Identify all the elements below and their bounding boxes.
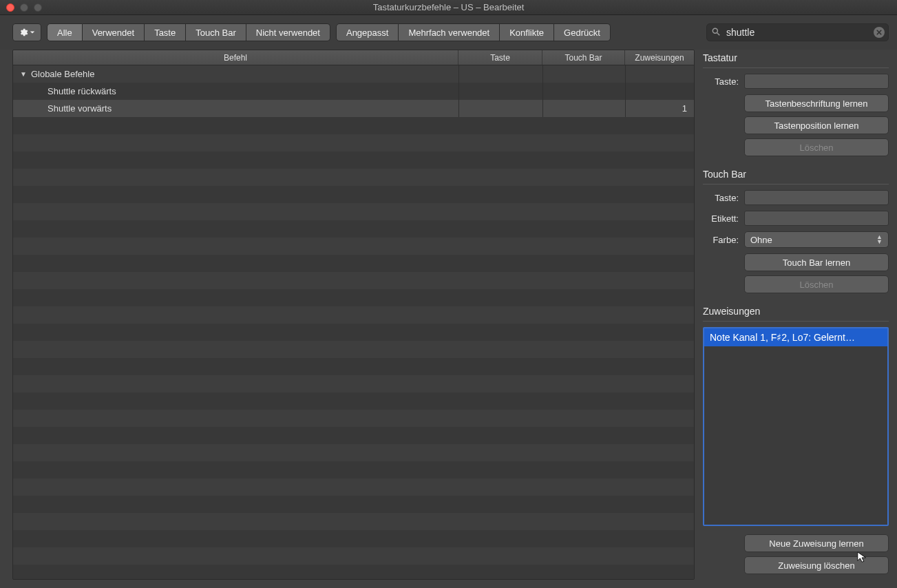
- touchbar-color-select[interactable]: Ohne ▲▼: [744, 231, 889, 248]
- touchbar-section-title: Touch Bar: [703, 166, 889, 185]
- learn-touchbar-button[interactable]: Touch Bar lernen: [744, 253, 889, 271]
- search-icon: [711, 27, 721, 36]
- table-body[interactable]: ▼ Globale Befehle Shuttle rückwärts Shut…: [13, 65, 694, 579]
- cmd-label: Shuttle vorwärts: [48, 103, 112, 114]
- assignment-count: 1: [625, 100, 694, 117]
- filter-angepasst[interactable]: Angepasst: [336, 23, 399, 41]
- learn-key-label-button[interactable]: Tastenbeschriftung lernen: [744, 94, 889, 112]
- assignment-item[interactable]: Note Kanal 1, F♯2, Lo7: Gelernt…: [704, 328, 887, 346]
- titlebar: Tastaturkurzbefehle – US – Bearbeitet: [0, 0, 897, 15]
- close-window-button[interactable]: [6, 3, 14, 12]
- stepper-icon: ▲▼: [876, 235, 883, 244]
- filter-taste[interactable]: Taste: [145, 23, 186, 41]
- keyboard-section: Tastatur Taste: Tastenbeschriftung lerne…: [703, 50, 889, 156]
- minimize-window-button[interactable]: [20, 3, 28, 12]
- table-row[interactable]: Shuttle rückwärts: [13, 83, 694, 100]
- touchbar-key-input[interactable]: [744, 190, 889, 205]
- assignments-list[interactable]: Note Kanal 1, F♯2, Lo7: Gelernt…: [703, 327, 889, 526]
- filter-verwendet[interactable]: Verwendet: [83, 23, 145, 41]
- actions-menu-button[interactable]: [12, 23, 41, 41]
- touchbar-section: Touch Bar Taste: Etikett: Farbe: Ohne ▲▼…: [703, 166, 889, 293]
- gear-icon: [19, 28, 28, 37]
- keyboard-section-title: Tastatur: [703, 50, 889, 68]
- filter-alle[interactable]: Alle: [47, 23, 83, 41]
- col-header-befehl[interactable]: Befehl: [13, 50, 458, 65]
- tb-farbe-field-label: Farbe:: [703, 235, 739, 245]
- touchbar-etikett-input[interactable]: [744, 211, 889, 226]
- filter-touch-bar[interactable]: Touch Bar: [186, 23, 246, 41]
- tb-etikett-field-label: Etikett:: [703, 213, 739, 224]
- color-select-value: Ohne: [750, 235, 772, 245]
- keyboard-key-input[interactable]: [744, 74, 889, 89]
- svg-point-0: [713, 28, 717, 33]
- col-header-touch-bar[interactable]: Touch Bar: [542, 50, 625, 65]
- filter-mehrfach-verwendet[interactable]: Mehrfach verwendet: [399, 23, 500, 41]
- x-icon: [876, 30, 882, 35]
- learn-new-assignment-button[interactable]: Neue Zuweisung lernen: [744, 534, 889, 552]
- table-header: Befehl Taste Touch Bar Zuweisungen: [13, 50, 694, 65]
- search-field-wrap: [706, 23, 889, 41]
- clear-search-button[interactable]: [874, 27, 885, 38]
- delete-touchbar-button[interactable]: Löschen: [744, 275, 889, 293]
- col-header-zuweisungen[interactable]: Zuweisungen: [625, 50, 694, 65]
- assignments-section-title: Zuweisungen: [703, 303, 889, 322]
- commands-table: Befehl Taste Touch Bar Zuweisungen ▼ Glo…: [12, 50, 695, 580]
- window-title: Tastaturkurzbefehle – US – Bearbeitet: [0, 2, 897, 12]
- svg-line-1: [717, 33, 720, 36]
- filter-nicht-verwendet[interactable]: Nicht verwendet: [246, 23, 330, 41]
- table-group-row[interactable]: ▼ Globale Befehle: [13, 65, 694, 83]
- tb-key-field-label: Taste:: [703, 193, 739, 203]
- zoom-window-button[interactable]: [34, 3, 42, 12]
- window-controls: [0, 3, 42, 12]
- cmd-label: Shuttle rückwärts: [48, 86, 116, 96]
- chevron-down-icon: [30, 30, 35, 35]
- assignments-section: Zuweisungen Note Kanal 1, F♯2, Lo7: Gele…: [703, 303, 889, 574]
- filter-gedrueckt[interactable]: Gedrückt: [554, 23, 611, 41]
- search-input[interactable]: [706, 23, 889, 41]
- delete-assignment-button[interactable]: Zuweisung löschen: [744, 556, 889, 574]
- group-label: Globale Befehle: [31, 69, 95, 79]
- inspector-panel: Tastatur Taste: Tastenbeschriftung lerne…: [703, 50, 889, 580]
- toolbar: Alle Verwendet Taste Touch Bar Nicht ver…: [0, 15, 897, 50]
- col-header-taste[interactable]: Taste: [458, 50, 542, 65]
- filter-group-1: Alle Verwendet Taste Touch Bar Nicht ver…: [47, 23, 330, 41]
- key-field-label: Taste:: [703, 76, 739, 87]
- filter-konflikte[interactable]: Konflikte: [500, 23, 554, 41]
- delete-keyboard-button[interactable]: Löschen: [744, 138, 889, 156]
- disclosure-triangle-icon[interactable]: ▼: [20, 70, 27, 78]
- filter-group-2: Angepasst Mehrfach verwendet Konflikte G…: [336, 23, 611, 41]
- learn-key-position-button[interactable]: Tastenposition lernen: [744, 116, 889, 134]
- table-row[interactable]: Shuttle vorwärts 1: [13, 100, 694, 117]
